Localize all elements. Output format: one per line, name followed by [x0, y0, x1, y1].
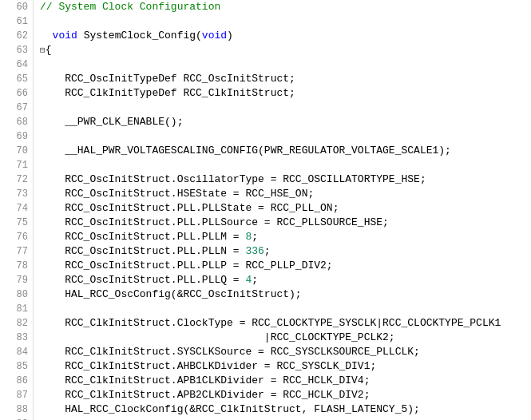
code-line: RCC_OscInitStruct.PLL.PLLM = 8; — [40, 230, 531, 244]
code-line: __PWR_CLK_ENABLE(); — [40, 115, 531, 129]
line-number: 66 — [0, 86, 33, 101]
code-line: void SystemClock_Config(void) — [40, 29, 531, 43]
line-number: 79 — [0, 273, 33, 287]
line-number: 88 — [0, 402, 33, 417]
code-line — [40, 302, 531, 316]
code-container: 6061626364656667686970717273747576777879… — [0, 0, 531, 420]
line-number: 64 — [0, 57, 33, 72]
code-line: RCC_ClkInitStruct.APB1CLKDivider = RCC_H… — [40, 374, 531, 388]
code-line: HAL_RCC_ClockConfig(&RCC_ClkInitStruct, … — [40, 402, 531, 417]
code-line — [40, 158, 531, 172]
code-line — [40, 129, 531, 144]
line-number: 82 — [0, 316, 33, 331]
line-number: 70 — [0, 144, 33, 158]
line-number: 71 — [0, 158, 33, 172]
code-line: RCC_OscInitStruct.PLL.PLLP = RCC_PLLP_DI… — [40, 259, 531, 273]
line-number: 74 — [0, 201, 33, 216]
line-number: 83 — [0, 331, 33, 345]
code-line: RCC_ClkInitStruct.APB2CLKDivider = RCC_H… — [40, 388, 531, 402]
line-number: 72 — [0, 172, 33, 187]
code-line: // System Clock Configuration — [40, 0, 531, 14]
code-line: __HAL_PWR_VOLTAGESCALING_CONFIG(PWR_REGU… — [40, 144, 531, 158]
line-number: 86 — [0, 374, 33, 388]
line-number: 87 — [0, 388, 33, 402]
line-number: 85 — [0, 359, 33, 374]
line-number: 68 — [0, 115, 33, 129]
line-number: 84 — [0, 345, 33, 359]
code-line — [40, 417, 531, 420]
code-line: RCC_OscInitStruct.PLL.PLLN = 336; — [40, 244, 531, 259]
line-number: 76 — [0, 230, 33, 244]
code-line: RCC_OscInitStruct.PLL.PLLSource = RCC_PL… — [40, 216, 531, 230]
code-line: RCC_ClkInitStruct.SYSCLKSource = RCC_SYS… — [40, 345, 531, 359]
line-number: 60 — [0, 0, 33, 14]
line-number: 69 — [0, 129, 33, 144]
line-number: 80 — [0, 287, 33, 302]
code-line: ⊟{ — [40, 43, 531, 57]
code-line: RCC_OscInitStruct.PLL.PLLQ = 4; — [40, 273, 531, 287]
line-number: 77 — [0, 244, 33, 259]
line-number: 63 — [0, 43, 33, 57]
line-number: 78 — [0, 259, 33, 273]
code-line: RCC_OscInitStruct.PLL.PLLState = RCC_PLL… — [40, 201, 531, 216]
collapse-icon[interactable]: ⊟ — [40, 46, 46, 55]
line-number: 61 — [0, 14, 33, 29]
line-number: 73 — [0, 187, 33, 201]
line-number: 62 — [0, 29, 33, 43]
code-line: RCC_ClkInitStruct.ClockType = RCC_CLOCKT… — [40, 316, 531, 331]
code-line: |RCC_CLOCKTYPE_PCLK2; — [40, 331, 531, 345]
code-line — [40, 57, 531, 72]
code-line: HAL_RCC_OscConfig(&RCC_OscInitStruct); — [40, 287, 531, 302]
code-area[interactable]: // System Clock Configuration void Syste… — [34, 0, 531, 420]
code-line: RCC_ClkInitStruct.AHBCLKDivider = RCC_SY… — [40, 359, 531, 374]
line-number: 75 — [0, 216, 33, 230]
line-number: 89 — [0, 417, 33, 420]
code-line — [40, 14, 531, 29]
code-line: RCC_OscInitStruct.OscillatorType = RCC_O… — [40, 172, 531, 187]
line-number: 81 — [0, 302, 33, 316]
line-number: 67 — [0, 101, 33, 115]
line-number: 65 — [0, 72, 33, 86]
line-numbers: 6061626364656667686970717273747576777879… — [0, 0, 34, 420]
code-line: RCC_OscInitStruct.HSEState = RCC_HSE_ON; — [40, 187, 531, 201]
code-line: RCC_OscInitTypeDef RCC_OscInitStruct; — [40, 72, 531, 86]
code-line: RCC_ClkInitTypeDef RCC_ClkInitStruct; — [40, 86, 531, 101]
code-line — [40, 101, 531, 115]
